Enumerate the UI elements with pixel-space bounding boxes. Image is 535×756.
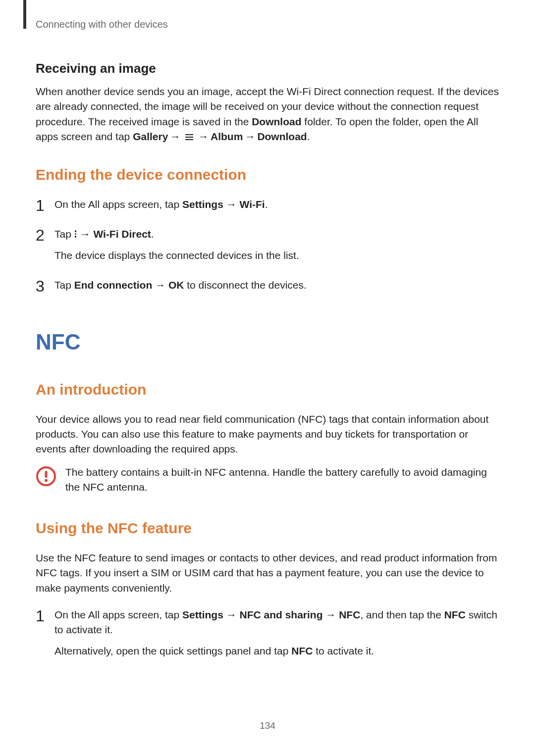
arrow-icon: → [223, 609, 240, 620]
using-nfc-title: Using the NFC feature [36, 520, 499, 537]
chapter-header: Connecting with other devices [36, 19, 499, 30]
nfc-label: NFC [291, 645, 313, 656]
step-number: 2 [36, 224, 45, 247]
text: . [265, 199, 268, 210]
step-1: 1 On the All apps screen, tap Settings →… [36, 197, 499, 212]
nfc-sharing-label: NFC and sharing [240, 609, 323, 620]
album-label: Album [211, 131, 243, 142]
page-container: Connecting with other devices Receiving … [0, 0, 535, 658]
download-label: Download [257, 131, 307, 142]
more-options-icon [75, 229, 77, 239]
caution-block: The battery contains a built-in NFC ante… [36, 465, 499, 495]
step-number: 3 [36, 275, 45, 298]
settings-label: Settings [182, 199, 223, 210]
text: Tap [54, 228, 74, 240]
caution-text: The battery contains a built-in NFC ante… [65, 465, 499, 495]
step-number: 1 [36, 194, 45, 217]
nfc-label: NFC [444, 609, 466, 620]
nfc-title: NFC [36, 330, 499, 354]
step-subtext: Alternatively, open the quick settings p… [54, 644, 499, 658]
nfc-step-1: 1 On the All apps screen, tap Settings →… [36, 607, 499, 658]
text: . [151, 228, 154, 240]
text: to disconnect the devices. [184, 279, 306, 291]
using-nfc-body: Use the NFC feature to send images or co… [36, 551, 499, 596]
arrow-icon: → [170, 129, 180, 144]
svg-point-2 [45, 479, 48, 482]
arrow-icon: → [323, 609, 339, 620]
ok-label: OK [168, 279, 184, 291]
step-number: 1 [36, 605, 45, 627]
text: On the All apps screen, tap [54, 199, 182, 210]
arrow-icon: → [245, 129, 255, 144]
text: On the All apps screen, tap [54, 609, 182, 620]
settings-label: Settings [182, 609, 223, 620]
gallery-label: Gallery [133, 131, 168, 142]
arrow-icon: → [223, 199, 240, 210]
menu-icon [185, 133, 193, 142]
receiving-image-body: When another device sends you an image, … [36, 84, 499, 145]
wifi-label: Wi-Fi [240, 199, 265, 210]
wifi-direct-label: Wi-Fi Direct [93, 228, 151, 240]
download-folder-label: Download [252, 116, 301, 127]
svg-rect-1 [45, 471, 48, 478]
text: Alternatively, open the quick settings p… [54, 645, 291, 656]
page-number: 134 [0, 720, 535, 731]
text: to activate it. [313, 645, 374, 656]
nfc-label: NFC [339, 609, 360, 620]
step-2: 2 Tap → Wi-Fi Direct. The device display… [36, 227, 499, 263]
step-subtext: The device displays the connected device… [54, 248, 499, 263]
text: . [307, 131, 310, 142]
arrow-icon: → [77, 228, 94, 240]
arrow-icon: → [152, 279, 168, 291]
caution-icon [36, 466, 56, 487]
text: Tap [54, 279, 74, 291]
nfc-intro-body: Your device allows you to read near fiel… [36, 412, 499, 457]
end-connection-label: End connection [74, 279, 153, 291]
ending-connection-title: Ending the device connection [36, 166, 499, 183]
text: , and then tap the [360, 609, 444, 620]
arrow-icon: → [198, 129, 209, 144]
step-3: 3 Tap End connection → OK to disconnect … [36, 278, 499, 293]
nfc-intro-title: An introduction [36, 381, 499, 398]
header-divider [23, 0, 26, 29]
receiving-image-title: Receiving an image [36, 61, 499, 76]
